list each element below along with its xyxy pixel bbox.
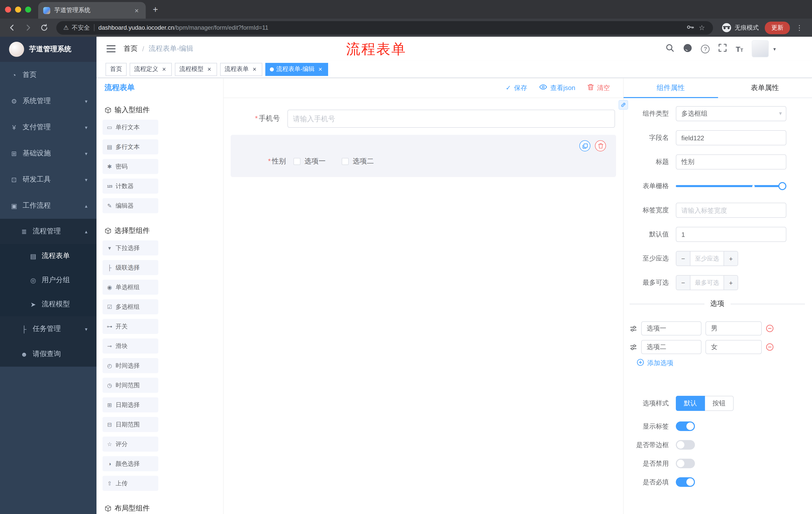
reload-button[interactable] [37,21,51,35]
palette-item-password[interactable]: ✱密码 [103,159,158,174]
palette-item-color-picker[interactable]: ◑颜色选择 [103,456,158,471]
sidebar-item-leave-query[interactable]: ☻ 请假查询 [0,342,96,367]
phone-input[interactable] [287,110,615,128]
palette-item-upload[interactable]: ⇧上传 [103,476,158,491]
palette-item-rate[interactable]: ☆评分 [103,437,158,452]
password-key-icon[interactable] [687,23,695,32]
checkbox-unchecked-icon[interactable] [293,158,300,165]
sidebar-item-process-form[interactable]: ▤ 流程表单 [0,244,96,268]
style-default-button[interactable]: 默认 [676,396,705,411]
palette-item-select[interactable]: ▾下拉选择 [103,240,158,255]
component-type-select[interactable]: ▾ [676,106,786,121]
back-button[interactable] [5,21,19,35]
close-icon[interactable]: × [317,65,324,73]
view-json-button[interactable]: 查看json [539,83,575,92]
remove-option-icon[interactable] [766,343,774,351]
default-value-input[interactable] [676,227,786,242]
palette-item-time-range[interactable]: ◷时间范围 [103,378,158,393]
increase-button[interactable]: + [724,251,737,266]
window-minimize-button[interactable] [15,6,21,12]
option-label-input[interactable] [641,340,701,354]
tag-process-form[interactable]: 流程表单 × [220,63,262,76]
close-icon[interactable]: × [251,65,258,73]
search-icon[interactable] [666,43,674,54]
fullscreen-icon[interactable] [718,43,727,54]
tab-form-props[interactable]: 表单属性 [718,78,812,98]
max-select-input[interactable] [690,276,724,290]
sidebar-item-process-management[interactable]: ≣ 流程管理 ▴ [0,219,96,244]
palette-item-checkbox-group[interactable]: ☑多选框组 [103,299,158,314]
gender-option-2[interactable]: 选项二 [342,157,374,166]
field-phone[interactable]: *手机号 [232,110,615,128]
slider-handle[interactable] [778,182,786,190]
tag-process-form-edit[interactable]: 流程表单-编辑 × [265,63,328,76]
browser-menu-icon[interactable]: ⋮ [796,24,803,32]
font-size-icon[interactable]: TT [736,45,743,53]
address-bar[interactable]: ⚠ 不安全 dashboard.yudao.iocoder.cn/bpm/man… [56,21,713,34]
avatar[interactable] [752,40,769,57]
required-toggle[interactable] [676,477,695,487]
browser-update-button[interactable]: 更新 [765,21,790,34]
field-name-input[interactable] [676,130,786,145]
palette-item-date-picker[interactable]: ⊞日期选择 [103,397,158,412]
browser-tab[interactable]: 芋道管理系统 × [38,2,146,19]
drag-handle-icon[interactable] [630,325,637,332]
forward-button[interactable] [21,21,35,35]
field-gender-selected[interactable]: *性别 选项一 选项二 [231,135,616,177]
palette-item-radio-group[interactable]: ◉单选框组 [103,280,158,295]
sidebar-item-home[interactable]: ◔ 首页 [0,62,96,88]
security-warning[interactable]: ⚠ 不安全 [63,23,90,32]
sidebar-item-process-model[interactable]: ➤ 流程模型 [0,292,96,316]
tag-process-model[interactable]: 流程模型 × [175,63,217,76]
clear-button[interactable]: 清空 [587,83,610,92]
sidebar-item-payment-management[interactable]: ¥ 支付管理 ▾ [0,114,96,140]
save-button[interactable]: ✓ 保存 [505,83,527,92]
palette-item-editor[interactable]: ✎编辑器 [103,198,158,213]
sidebar-item-workflow[interactable]: ▣ 工作流程 ▴ [0,193,96,219]
style-button-button[interactable]: 按钮 [705,396,734,411]
checkbox-unchecked-icon[interactable] [342,158,349,165]
gender-option-1[interactable]: 选项一 [293,157,326,166]
add-option-button[interactable]: 添加选项 [637,359,812,368]
palette-item-date-range[interactable]: ⊟日期范围 [103,417,158,432]
show-label-toggle[interactable] [676,422,695,431]
palette-item-slider[interactable]: ⊸滑块 [103,339,158,354]
min-select-input[interactable] [690,251,724,266]
palette-item-single-line-text[interactable]: ▭单行文本 [103,120,158,135]
decrease-button[interactable]: − [676,276,690,290]
border-toggle[interactable] [676,440,695,450]
chevron-down-icon[interactable]: ▾ [773,46,776,52]
sidebar-item-infrastructure[interactable]: ⊞ 基础设施 ▾ [0,140,96,166]
palette-item-switch[interactable]: ⊶开关 [103,319,158,334]
disabled-toggle[interactable] [676,459,695,468]
tab-close-icon[interactable]: × [133,6,141,14]
tag-process-definition[interactable]: 流程定义 × [129,63,172,76]
breadcrumb-home[interactable]: 首页 [124,44,138,53]
title-input[interactable] [676,154,786,169]
tab-component-props[interactable]: 组件属性 [624,78,718,98]
increase-button[interactable]: + [724,276,737,290]
decrease-button[interactable]: − [676,251,690,266]
bookmark-star-icon[interactable]: ☆ [699,24,705,32]
new-tab-button[interactable]: + [153,4,158,19]
option-value-input[interactable] [705,340,762,354]
github-icon[interactable] [683,43,693,55]
palette-item-cascader[interactable]: ├级联选择 [103,260,158,275]
sidebar-logo[interactable]: 芋道管理系统 [0,37,96,62]
palette-item-counter[interactable]: 123计数器 [103,179,158,194]
slider-track[interactable] [676,185,783,187]
close-icon[interactable]: × [206,65,212,73]
window-zoom-button[interactable] [25,6,31,12]
remove-option-icon[interactable] [766,324,774,332]
help-icon[interactable]: ? [701,45,710,53]
label-width-input[interactable] [676,203,786,218]
palette-item-multi-line-text[interactable]: ▤多行文本 [103,139,158,154]
link-icon[interactable] [618,100,628,110]
drag-handle-icon[interactable] [630,343,637,351]
copy-component-button[interactable] [579,140,590,152]
option-value-input[interactable] [705,321,762,335]
sidebar-item-dev-tools[interactable]: ⊡ 研发工具 ▾ [0,166,96,193]
tag-home[interactable]: 首页 [106,63,127,76]
palette-item-time-picker[interactable]: ◴时间选择 [103,358,158,373]
option-label-input[interactable] [641,321,701,335]
